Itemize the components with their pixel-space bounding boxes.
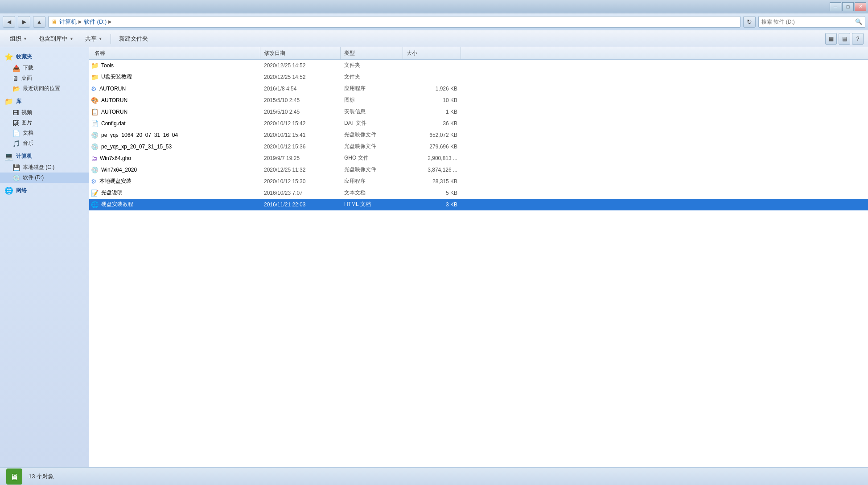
file-name-cell: 📄 Config.dat bbox=[91, 120, 260, 127]
file-name-text: AUTORUN bbox=[101, 97, 128, 103]
file-name-cell: 🗂 Win7x64.gho bbox=[91, 155, 260, 162]
sidebar-section-favorites-header[interactable]: ⭐ 收藏夹 bbox=[0, 51, 89, 63]
file-type: 光盘映像文件 bbox=[341, 143, 403, 150]
file-type: 应用程序 bbox=[341, 85, 403, 92]
library-label: 库 bbox=[16, 98, 21, 105]
favorites-label: 收藏夹 bbox=[16, 53, 32, 61]
title-bar: ─ □ ✕ bbox=[0, 0, 868, 13]
close-button[interactable]: ✕ bbox=[855, 2, 866, 11]
toolbar-separator bbox=[111, 34, 111, 44]
col-header-name[interactable]: 名称 bbox=[91, 47, 260, 59]
sidebar-item-videos[interactable]: 🎞 视频 bbox=[0, 107, 89, 118]
sidebar-section-computer-header[interactable]: 💻 计算机 bbox=[0, 150, 89, 162]
software-d-label: 软件 (D:) bbox=[23, 174, 44, 181]
file-date: 2019/9/7 19:25 bbox=[260, 155, 341, 161]
computer-label: 计算机 bbox=[16, 152, 32, 160]
file-size: 3,874,126 ... bbox=[403, 167, 461, 173]
sidebar-item-downloads[interactable]: 📥 下载 bbox=[0, 63, 89, 73]
file-type: HTML 文档 bbox=[341, 201, 403, 208]
sidebar-item-recent[interactable]: 📂 最近访问的位置 bbox=[0, 83, 89, 94]
up-button[interactable]: ▲ bbox=[33, 16, 45, 28]
col-header-size[interactable]: 大小 bbox=[403, 47, 461, 59]
file-name-text: 硬盘安装教程 bbox=[101, 201, 133, 208]
videos-icon: 🎞 bbox=[12, 109, 19, 116]
table-row[interactable]: ⚙ 本地硬盘安装 2020/10/12 15:30 应用程序 28,315 KB bbox=[89, 176, 868, 187]
col-header-date[interactable]: 修改日期 bbox=[260, 47, 341, 59]
breadcrumb-separator-2: ▶ bbox=[108, 19, 112, 24]
file-size: 1 KB bbox=[403, 109, 461, 115]
help-button[interactable]: ? bbox=[852, 33, 864, 45]
music-icon: 🎵 bbox=[12, 140, 20, 147]
file-icon: 📝 bbox=[91, 189, 99, 197]
include-library-button[interactable]: 包含到库中 ▼ bbox=[33, 33, 79, 45]
file-type: 文件夹 bbox=[341, 62, 403, 69]
organize-button[interactable]: 组织 ▼ bbox=[4, 33, 33, 45]
file-size: 28,315 KB bbox=[403, 178, 461, 185]
table-row[interactable]: 🗂 Win7x64.gho 2019/9/7 19:25 GHO 文件 2,90… bbox=[89, 152, 868, 164]
file-date: 2016/11/21 22:03 bbox=[260, 201, 341, 208]
col-header-type[interactable]: 类型 bbox=[341, 47, 403, 59]
file-size: 279,696 KB bbox=[403, 144, 461, 150]
sidebar-item-pictures[interactable]: 🖼 图片 bbox=[0, 118, 89, 128]
local-c-icon: 💾 bbox=[12, 164, 20, 171]
computer-icon: 💻 bbox=[4, 152, 13, 160]
favorites-icon: ⭐ bbox=[4, 53, 13, 61]
file-size: 36 KB bbox=[403, 120, 461, 127]
sidebar-item-music[interactable]: 🎵 音乐 bbox=[0, 138, 89, 148]
sidebar-item-software-d[interactable]: 💿 软件 (D:) bbox=[0, 173, 89, 183]
local-c-label: 本地磁盘 (C:) bbox=[23, 164, 54, 171]
forward-button[interactable]: ▶ bbox=[18, 16, 30, 28]
file-type: 光盘映像文件 bbox=[341, 166, 403, 173]
include-library-arrow: ▼ bbox=[70, 37, 74, 41]
view-toggle-button[interactable]: ▤ bbox=[839, 33, 850, 45]
table-row[interactable]: 💿 pe_yqs_1064_20_07_31_16_04 2020/10/12 … bbox=[89, 129, 868, 141]
toolbar: 组织 ▼ 包含到库中 ▼ 共享 ▼ 新建文件夹 ▦ ▤ ? bbox=[0, 30, 868, 47]
minimize-button[interactable]: ─ bbox=[830, 2, 841, 11]
recent-icon: 📂 bbox=[12, 85, 20, 92]
table-row[interactable]: ⚙ AUTORUN 2016/1/8 4:54 应用程序 1,926 KB bbox=[89, 83, 868, 95]
sidebar-item-docs[interactable]: 📄 文档 bbox=[0, 128, 89, 138]
breadcrumb[interactable]: 🖥 计算机 ▶ 软件 (D:) ▶ bbox=[48, 16, 740, 28]
sidebar-section-network-header[interactable]: 🌐 网络 bbox=[0, 185, 89, 197]
file-size: 3 KB bbox=[403, 201, 461, 208]
table-row[interactable]: 🌐 硬盘安装教程 2016/11/21 22:03 HTML 文档 3 KB bbox=[89, 199, 868, 210]
sidebar-section-library-header[interactable]: 📁 库 bbox=[0, 95, 89, 107]
table-row[interactable]: 💿 Win7x64_2020 2020/12/25 11:32 光盘映像文件 3… bbox=[89, 164, 868, 176]
desktop-icon: 🖥 bbox=[12, 75, 19, 82]
file-type: 安装信息 bbox=[341, 108, 403, 115]
file-name-cell: 💿 pe_yqs_xp_20_07_31_15_53 bbox=[91, 143, 260, 150]
sidebar-item-local-c[interactable]: 💾 本地磁盘 (C:) bbox=[0, 162, 89, 173]
breadcrumb-drive[interactable]: 软件 (D:) bbox=[84, 18, 107, 26]
search-input[interactable] bbox=[761, 19, 855, 25]
file-date: 2020/12/25 14:52 bbox=[260, 62, 341, 69]
refresh-button[interactable]: ↻ bbox=[743, 16, 756, 28]
new-folder-button[interactable]: 新建文件夹 bbox=[114, 33, 153, 45]
desktop-label: 桌面 bbox=[21, 74, 32, 82]
view-mode-button[interactable]: ▦ bbox=[825, 33, 837, 45]
table-row[interactable]: 📝 光盘说明 2016/10/23 7:07 文本文档 5 KB bbox=[89, 187, 868, 199]
table-row[interactable]: 📋 AUTORUN 2015/5/10 2:45 安装信息 1 KB bbox=[89, 106, 868, 118]
sidebar-item-desktop[interactable]: 🖥 桌面 bbox=[0, 73, 89, 83]
file-list: 📁 Tools 2020/12/25 14:52 文件夹 📁 U盘安装教程 20… bbox=[89, 60, 868, 210]
file-date: 2020/12/25 14:52 bbox=[260, 74, 341, 80]
maximize-button[interactable]: □ bbox=[842, 2, 854, 11]
search-bar[interactable]: 🔍 bbox=[758, 16, 865, 28]
share-label: 共享 bbox=[85, 35, 97, 43]
file-date: 2015/5/10 2:45 bbox=[260, 109, 341, 115]
table-row[interactable]: 📄 Config.dat 2020/10/12 15:42 DAT 文件 36 … bbox=[89, 118, 868, 129]
file-date: 2020/10/12 15:36 bbox=[260, 144, 341, 150]
file-icon: 🎨 bbox=[91, 97, 99, 104]
back-button[interactable]: ◀ bbox=[3, 16, 15, 28]
table-row[interactable]: 🎨 AUTORUN 2015/5/10 2:45 图标 10 KB bbox=[89, 95, 868, 106]
share-arrow: ▼ bbox=[99, 37, 103, 41]
file-name-cell: 🌐 硬盘安装教程 bbox=[91, 201, 260, 208]
table-row[interactable]: 📁 U盘安装教程 2020/12/25 14:52 文件夹 bbox=[89, 71, 868, 83]
file-size: 5 KB bbox=[403, 190, 461, 196]
sidebar-section-computer: 💻 计算机 💾 本地磁盘 (C:) 💿 软件 (D:) bbox=[0, 150, 89, 183]
breadcrumb-computer[interactable]: 计算机 bbox=[59, 18, 77, 26]
share-button[interactable]: 共享 ▼ bbox=[80, 33, 108, 45]
table-row[interactable]: 💿 pe_yqs_xp_20_07_31_15_53 2020/10/12 15… bbox=[89, 141, 868, 152]
table-row[interactable]: 📁 Tools 2020/12/25 14:52 文件夹 bbox=[89, 60, 868, 71]
downloads-icon: 📥 bbox=[12, 65, 20, 72]
file-date: 2015/5/10 2:45 bbox=[260, 97, 341, 103]
